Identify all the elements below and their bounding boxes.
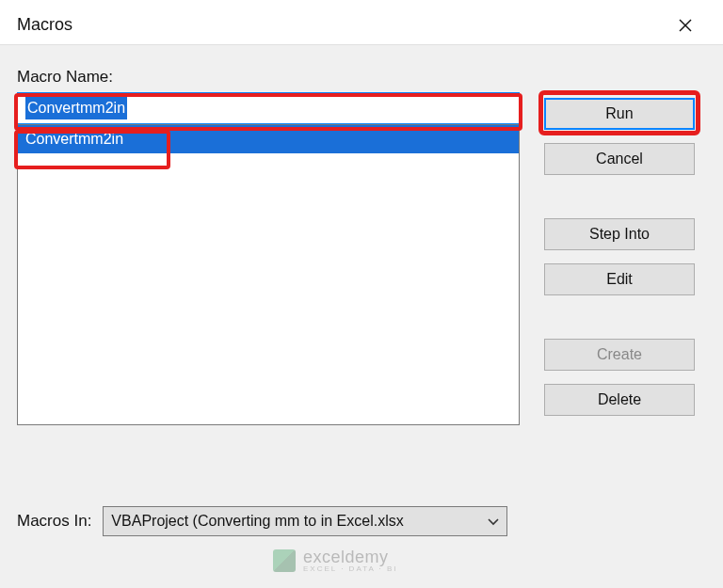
cancel-button[interactable]: Cancel: [544, 143, 695, 175]
watermark-tagline: EXCEL · DATA · BI: [303, 565, 398, 573]
button-spacer: [544, 188, 695, 205]
macro-name-input[interactable]: Convertmm2in: [17, 92, 520, 124]
macros-in-select[interactable]: VBAProject (Converting mm to in Excel.xl…: [103, 506, 507, 536]
watermark: exceldemy EXCEL · DATA · BI: [273, 548, 398, 573]
macro-name-label: Macro Name:: [17, 68, 520, 87]
button-spacer: [544, 309, 695, 326]
dialog-body: Macro Name: Convertmm2in Convertmm2in Ru…: [0, 45, 723, 588]
left-column: Macro Name: Convertmm2in Convertmm2in: [17, 68, 520, 425]
chevron-down-icon: [488, 513, 499, 530]
watermark-logo-icon: [273, 549, 296, 572]
macro-list-item[interactable]: Convertmm2in: [18, 125, 519, 153]
edit-button[interactable]: Edit: [544, 263, 695, 295]
macro-list[interactable]: Convertmm2in: [17, 124, 520, 425]
dialog-title: Macros: [17, 15, 72, 35]
macros-in-row: Macros In: VBAProject (Converting mm to …: [17, 506, 507, 536]
create-button[interactable]: Create: [544, 339, 695, 371]
close-icon: [679, 19, 692, 32]
close-button[interactable]: [665, 8, 706, 42]
step-into-button[interactable]: Step Into: [544, 218, 695, 250]
delete-button[interactable]: Delete: [544, 384, 695, 416]
titlebar: Macros: [0, 0, 723, 45]
right-button-column: Run Cancel Step Into Edit Create Delete: [544, 98, 695, 416]
watermark-text: exceldemy EXCEL · DATA · BI: [303, 548, 398, 573]
macros-in-select-value: VBAProject (Converting mm to in Excel.xl…: [111, 513, 403, 530]
macro-name-value: Convertmm2in: [25, 97, 127, 119]
watermark-brand: exceldemy: [303, 548, 398, 565]
macros-in-label: Macros In:: [17, 512, 91, 531]
run-button[interactable]: Run: [544, 98, 695, 130]
